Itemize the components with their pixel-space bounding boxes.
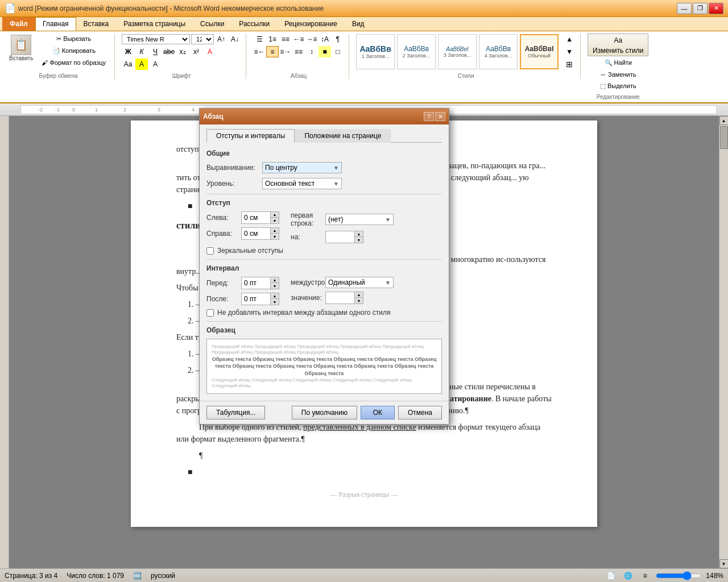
before-up[interactable]: ▲: [271, 277, 279, 283]
after-up[interactable]: ▲: [271, 293, 279, 299]
borders-button[interactable]: □: [332, 46, 344, 57]
strikethrough-button[interactable]: abe: [163, 46, 175, 57]
indent-left-input[interactable]: [242, 212, 270, 223]
after-down[interactable]: ▼: [271, 299, 279, 305]
style-heading4[interactable]: AaBбВв 4 Заголов...: [479, 34, 518, 69]
indent-left-down[interactable]: ▼: [271, 218, 279, 223]
tab-file[interactable]: Файл: [2, 17, 35, 31]
style-heading1[interactable]: AaBбВв 1 Заголов...: [356, 34, 395, 69]
zoom-level: 148%: [706, 572, 723, 580]
line-spacing-button[interactable]: ↕: [305, 46, 318, 57]
superscript-button[interactable]: x²: [190, 46, 202, 57]
decrease-font-button[interactable]: A↓: [229, 34, 241, 45]
line-value-up[interactable]: ▲: [355, 292, 363, 298]
dialog-tab-position[interactable]: Положение на странице: [295, 129, 391, 143]
tab-insert[interactable]: Вставка: [76, 17, 117, 31]
view-print-button[interactable]: 📄: [605, 570, 617, 581]
line-value-input[interactable]: [326, 292, 354, 304]
minimize-button[interactable]: —: [677, 3, 692, 14]
dialog-tab-indent[interactable]: Отступы и интервалы: [206, 129, 295, 143]
align-right-button[interactable]: ≡→: [279, 46, 292, 57]
increase-font-button[interactable]: A↑: [215, 34, 228, 45]
line-value-down[interactable]: ▼: [355, 298, 363, 304]
tab-button[interactable]: Табуляция...: [206, 406, 265, 419]
on-up[interactable]: ▲: [355, 231, 363, 237]
numbering-button[interactable]: 1≡: [266, 34, 279, 45]
fill-color-button[interactable]: ■: [318, 46, 331, 57]
text-color-button[interactable]: A: [204, 46, 216, 57]
styles-down-button[interactable]: ▼: [563, 46, 576, 57]
paste-button[interactable]: 📋 Вставить: [7, 34, 35, 63]
style-normal[interactable]: AaBбВвI Обычный: [520, 34, 559, 69]
dialog-close-button[interactable]: ✕: [435, 112, 445, 121]
bullets-button[interactable]: ☰: [253, 34, 266, 45]
on-down[interactable]: ▼: [355, 237, 363, 243]
justify-button[interactable]: ≡≡: [292, 46, 305, 57]
on-input[interactable]: [326, 231, 354, 243]
align-left-button[interactable]: ≡←: [253, 46, 266, 57]
find-button[interactable]: 🔍 Найти: [588, 57, 648, 68]
select-button[interactable]: ⬚ Выделить: [588, 81, 648, 92]
indent-right-down[interactable]: ▼: [271, 234, 279, 239]
subscript-button[interactable]: x₂: [176, 46, 189, 57]
style-heading3[interactable]: AaBбВеI 3 Заголов...: [438, 34, 477, 69]
indent-right-input[interactable]: [242, 228, 270, 239]
cut-button[interactable]: ✂ Вырезать: [38, 34, 110, 44]
style-heading1-label: 1 Заголов...: [362, 53, 389, 59]
tab-mailings[interactable]: Рассылки: [231, 17, 277, 31]
before-input[interactable]: [242, 277, 270, 289]
close-button[interactable]: ✕: [709, 3, 723, 14]
indent-right-row: Справа: ▲ ▼: [206, 227, 279, 240]
decrease-indent-button[interactable]: ←≡: [292, 34, 305, 45]
dialog-controls: ? ✕: [424, 112, 445, 121]
indent-left-up[interactable]: ▲: [271, 212, 279, 218]
highlight-button[interactable]: A: [135, 59, 148, 70]
style-heading2[interactable]: AaBбВв 2 Заголов...: [397, 34, 436, 69]
dialog-help-button[interactable]: ?: [424, 112, 434, 121]
no-add-interval-checkbox[interactable]: [206, 309, 214, 317]
format-painter-button[interactable]: 🖌 Формат по образцу: [38, 57, 110, 68]
ok-button[interactable]: ОК: [361, 406, 395, 419]
sort-button[interactable]: ↕A: [318, 34, 331, 45]
first-line-select[interactable]: (нет) ▼: [325, 214, 394, 225]
text-style-button[interactable]: Aa: [122, 59, 134, 70]
alignment-select[interactable]: По центру ▼: [262, 162, 342, 173]
scroll-thumb[interactable]: [720, 126, 728, 149]
underline-button[interactable]: Ч: [149, 46, 162, 57]
copy-button[interactable]: 📑 Копировать: [38, 45, 110, 56]
zoom-slider[interactable]: [656, 571, 701, 580]
styles-up-button[interactable]: ▲: [563, 34, 576, 45]
tab-review[interactable]: Рецензирование: [277, 17, 345, 31]
font-name-select[interactable]: Times New R: [122, 34, 190, 44]
before-down[interactable]: ▼: [271, 283, 279, 289]
increase-indent-button[interactable]: →≡: [305, 34, 318, 45]
scroll-up-button[interactable]: ▲: [719, 116, 729, 125]
tab-references[interactable]: Ссылки: [193, 17, 231, 31]
font-color-button[interactable]: A: [149, 59, 162, 70]
view-web-button[interactable]: 🌐: [622, 570, 634, 581]
tab-view[interactable]: Вид: [345, 17, 372, 31]
multilevel-button[interactable]: ≡≡: [279, 34, 292, 45]
bold-button[interactable]: Ж: [122, 46, 134, 57]
scroll-down-button[interactable]: ▼: [719, 559, 729, 568]
tab-layout[interactable]: Разметка страницы: [116, 17, 193, 31]
view-outline-button[interactable]: ≡: [639, 570, 651, 581]
restore-button[interactable]: ❐: [693, 3, 708, 14]
tab-home[interactable]: Главная: [35, 17, 76, 31]
level-select[interactable]: Основной текст ▼: [262, 178, 342, 189]
italic-button[interactable]: К: [135, 46, 148, 57]
dialog-footer: Табуляция... По умолчанию ОК Отмена: [200, 401, 449, 424]
indent-right-up[interactable]: ▲: [271, 228, 279, 234]
default-button[interactable]: По умолчанию: [292, 406, 357, 419]
mirror-checkbox[interactable]: [206, 247, 214, 255]
dialog-titlebar: Абзац ? ✕: [200, 109, 449, 124]
line-spacing-select[interactable]: Одинарный ▼: [325, 277, 394, 288]
styles-more-button[interactable]: ⊞: [563, 59, 576, 70]
cancel-button[interactable]: Отмена: [398, 406, 442, 419]
show-formatting-button[interactable]: ¶: [332, 34, 344, 45]
replace-button[interactable]: ↔ Заменить: [588, 69, 648, 80]
font-size-select[interactable]: 12: [191, 34, 214, 44]
after-input[interactable]: [242, 293, 270, 305]
change-styles-button[interactable]: Аа Изменить стили: [588, 34, 648, 56]
align-center-button[interactable]: ≡: [266, 46, 279, 57]
